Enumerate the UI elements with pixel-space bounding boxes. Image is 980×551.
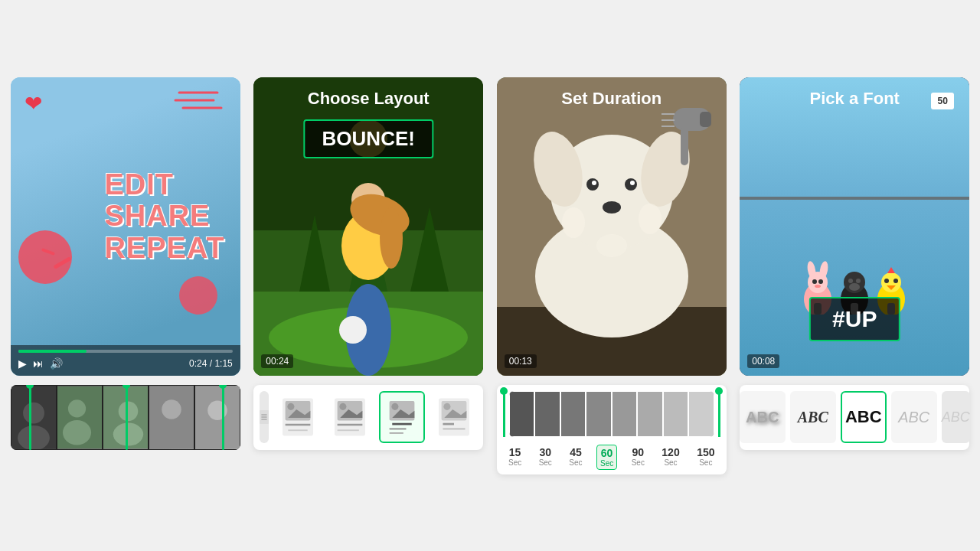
dur-30[interactable]: 30 Sec <box>536 445 555 470</box>
dur-15[interactable]: 15 Sec <box>505 445 524 470</box>
dur-45[interactable]: 45 Sec <box>566 445 585 470</box>
dur-60-num: 60 <box>601 447 613 459</box>
dur-90-text: Sec <box>632 458 645 467</box>
font-1-label: ABC <box>746 409 779 426</box>
font-strip: ABC ABC ABC ABC ABC <box>740 385 969 450</box>
svg-point-13 <box>162 399 181 419</box>
layout-option-1[interactable] <box>275 391 321 443</box>
layout-option-2[interactable] <box>327 391 373 443</box>
progress-bar-bg <box>18 350 233 353</box>
font-2-label: ABC <box>798 409 828 426</box>
svg-marker-98 <box>887 267 895 273</box>
choose-layout-header: Choose Layout <box>253 89 483 109</box>
svg-point-90 <box>856 279 861 283</box>
timeline-handle-left[interactable] <box>29 385 31 450</box>
layout-option-partial-left[interactable] <box>260 391 269 443</box>
font-option-3-selected[interactable]: ABC <box>841 391 887 443</box>
dur-150-text: Sec <box>699 458 712 467</box>
frame-4 <box>149 385 194 450</box>
dur-30-num: 30 <box>539 446 551 458</box>
play-button[interactable]: ▶ <box>18 357 27 370</box>
set-duration-card: Set Duration 00:13 <box>497 77 727 376</box>
font-partial-text: ABC <box>942 409 970 425</box>
duration-frames-row <box>509 391 714 437</box>
panel-edit: ❤ EDIT SHARE REPEAT <box>8 77 243 450</box>
font-3-label: ABC <box>845 407 882 427</box>
frame-5 <box>194 385 240 450</box>
up-badge: #UP <box>809 297 900 341</box>
edit-line-2: SHARE <box>104 201 210 233</box>
dur-frame-7 <box>663 391 689 437</box>
edit-line-1: EDIT <box>104 168 174 201</box>
dur-90[interactable]: 90 Sec <box>629 445 648 470</box>
svg-point-71 <box>639 204 662 234</box>
svg-point-4 <box>23 402 44 423</box>
ski-lift-bar <box>740 197 969 200</box>
heart-decoration: ❤ <box>24 91 42 116</box>
main-container: ❤ EDIT SHARE REPEAT <box>0 77 980 474</box>
dur-dot-left <box>500 387 508 395</box>
dur-frame-3 <box>560 391 586 437</box>
font-option-2[interactable]: ABC <box>790 391 836 443</box>
svg-point-97 <box>893 279 898 283</box>
svg-point-91 <box>849 283 860 291</box>
circle-decoration-1 <box>18 230 72 284</box>
svg-point-42 <box>340 403 347 410</box>
volume-button[interactable]: 🔊 <box>50 357 63 370</box>
timeline-handle-mid[interactable] <box>126 385 128 450</box>
dur-120[interactable]: 120 Sec <box>658 445 682 470</box>
panel-layout: Choose Layout BOUNCE! 00:24 <box>251 77 487 450</box>
duration-handle-right[interactable] <box>718 391 720 437</box>
timeline-strip-1[interactable] <box>11 385 240 450</box>
dur-45-num: 45 <box>570 446 582 458</box>
skip-button[interactable]: ⏭ <box>33 357 44 370</box>
svg-point-27 <box>339 316 367 344</box>
controls-row: ▶ ⏭ 🔊 0:24 / 1:15 <box>18 357 233 370</box>
set-duration-header: Set Duration <box>497 89 727 109</box>
font-4-label: ABC <box>898 409 929 426</box>
pick-font-card: 50 <box>740 77 969 376</box>
timeline-handle-right[interactable] <box>222 385 224 450</box>
hair-dryer <box>658 100 719 192</box>
dur-15-num: 15 <box>509 446 521 458</box>
dur-frame-2 <box>534 391 560 437</box>
pick-font-header: Pick a Font <box>740 89 969 109</box>
duration-handle-left[interactable] <box>503 391 505 437</box>
layout-option-4[interactable] <box>431 391 477 443</box>
frame-2 <box>57 385 103 450</box>
dur-frame-8 <box>688 391 714 437</box>
video-time: 0:24 / 1:15 <box>189 358 233 369</box>
edit-text-overlay: EDIT SHARE REPEAT <box>104 168 224 264</box>
font-option-partial-right[interactable]: ABC <box>942 391 970 443</box>
svg-point-68 <box>592 181 596 185</box>
svg-point-83 <box>812 279 817 284</box>
svg-point-55 <box>444 403 451 410</box>
dur-frame-1 <box>509 391 535 437</box>
svg-point-84 <box>818 279 823 284</box>
svg-point-70 <box>562 207 585 238</box>
dur-45-text: Sec <box>569 458 582 467</box>
font-option-4[interactable]: ABC <box>891 391 937 443</box>
dur-dot-right <box>715 387 723 395</box>
svg-point-69 <box>630 181 635 185</box>
svg-point-5 <box>18 425 50 448</box>
dur-150-num: 150 <box>697 446 714 458</box>
layout-option-3-selected[interactable] <box>379 391 425 443</box>
dur-frame-6 <box>637 391 663 437</box>
layout-timestamp: 00:24 <box>261 354 293 368</box>
choose-layout-card: Choose Layout BOUNCE! 00:24 <box>253 77 483 376</box>
svg-point-11 <box>113 422 143 445</box>
font-timestamp: 00:08 <box>747 354 779 368</box>
svg-rect-75 <box>681 127 688 165</box>
layout-strip <box>253 385 483 450</box>
dur-120-num: 120 <box>662 446 679 458</box>
svg-rect-74 <box>700 112 711 127</box>
font-option-1[interactable]: ABC <box>740 391 786 443</box>
svg-point-65 <box>603 201 621 214</box>
dur-60-active[interactable]: 60 Sec <box>596 445 617 470</box>
bounce-badge: BOUNCE! <box>304 119 433 158</box>
dur-150[interactable]: 150 Sec <box>694 445 717 470</box>
svg-point-89 <box>848 279 853 283</box>
edit-line-3: REPEAT <box>104 233 224 265</box>
dur-120-text: Sec <box>664 458 677 467</box>
